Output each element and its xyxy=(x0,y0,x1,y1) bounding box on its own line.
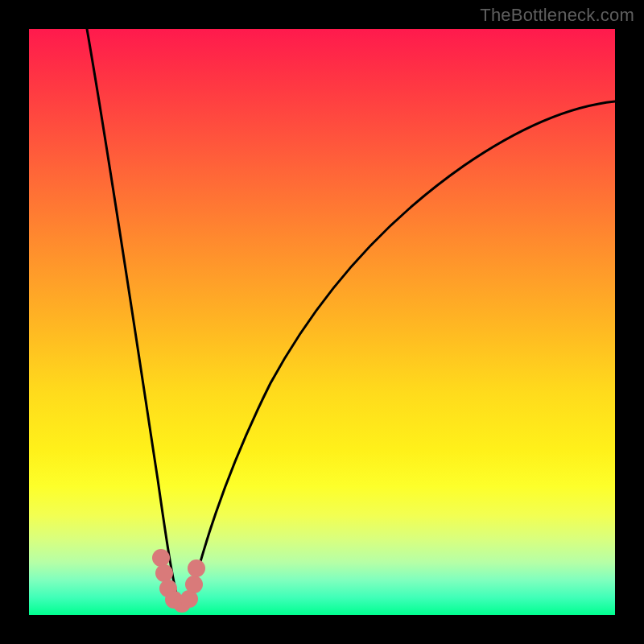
marker-point xyxy=(155,564,173,582)
marker-point xyxy=(152,549,170,567)
marker-point xyxy=(185,576,203,593)
curve-group xyxy=(87,29,615,602)
chart-svg xyxy=(29,29,615,615)
curve-right-branch xyxy=(190,101,615,602)
chart-frame: TheBottleneck.com xyxy=(0,0,644,644)
marker-group xyxy=(152,549,205,613)
watermark-text: TheBottleneck.com xyxy=(480,5,634,26)
marker-point xyxy=(188,559,205,577)
curve-left-branch xyxy=(87,29,179,602)
plot-area xyxy=(29,29,615,615)
